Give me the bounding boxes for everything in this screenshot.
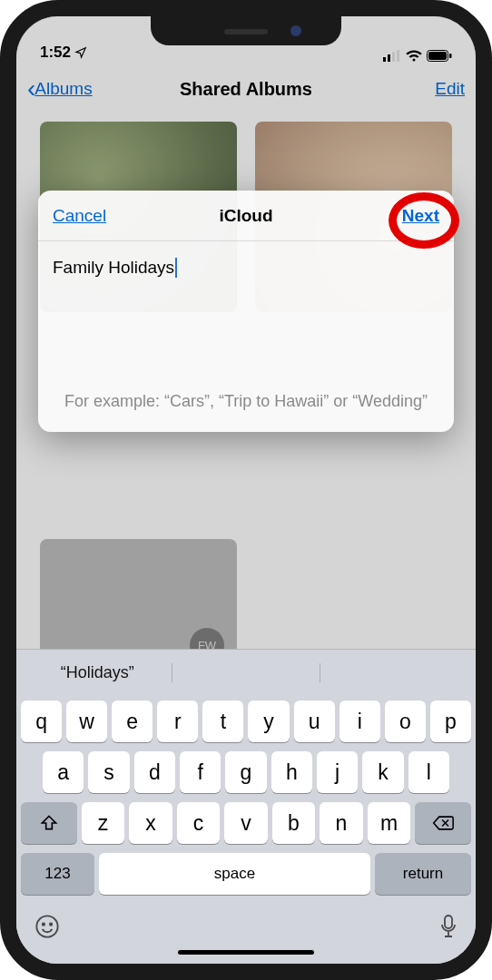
svg-rect-10 xyxy=(445,916,452,928)
keyboard: “Holidays” . . q w e r t y u i o p xyxy=(16,649,476,964)
shift-icon xyxy=(40,814,58,832)
key-w[interactable]: w xyxy=(66,701,107,742)
return-key[interactable]: return xyxy=(375,853,471,895)
key-s[interactable]: s xyxy=(88,751,129,793)
svg-rect-2 xyxy=(392,52,395,62)
svg-point-9 xyxy=(50,924,52,926)
key-o[interactable]: o xyxy=(385,701,426,742)
status-time: 1:52 xyxy=(40,44,87,62)
annotation-circle xyxy=(389,192,459,249)
key-b[interactable]: b xyxy=(272,802,316,844)
key-y[interactable]: y xyxy=(248,701,289,742)
key-i[interactable]: i xyxy=(339,701,380,742)
screen: 1:52 ‹ Albums Shared Albums Edit xyxy=(16,16,476,964)
svg-rect-0 xyxy=(383,57,386,62)
keyboard-row2: a s d f g h j k l xyxy=(21,751,471,793)
key-u[interactable]: u xyxy=(294,701,335,742)
shift-key[interactable] xyxy=(21,802,77,844)
phone-frame: 1:52 ‹ Albums Shared Albums Edit xyxy=(0,0,492,980)
key-k[interactable]: k xyxy=(362,751,403,793)
notch xyxy=(151,16,341,45)
key-c[interactable]: c xyxy=(177,802,221,844)
svg-rect-1 xyxy=(388,54,390,62)
key-a[interactable]: a xyxy=(43,751,84,793)
key-f[interactable]: f xyxy=(180,751,221,793)
home-indicator[interactable] xyxy=(178,950,314,955)
svg-point-7 xyxy=(36,916,57,936)
keyboard-bottom-bar xyxy=(16,906,476,945)
battery-icon xyxy=(427,50,452,62)
key-j[interactable]: j xyxy=(317,751,358,793)
key-v[interactable]: v xyxy=(224,802,268,844)
keyboard-row4: 123 space return xyxy=(21,853,471,895)
suggestion-bar: “Holidays” . . xyxy=(16,650,476,695)
cellular-icon xyxy=(383,50,401,62)
key-x[interactable]: x xyxy=(129,802,172,844)
suggestion-item[interactable]: . xyxy=(320,663,468,682)
key-g[interactable]: g xyxy=(225,751,266,793)
keyboard-row3: z x c v b n m xyxy=(21,802,471,844)
key-p[interactable]: p xyxy=(430,701,471,742)
backspace-icon xyxy=(432,815,454,831)
key-l[interactable]: l xyxy=(408,751,449,793)
input-hint: For example: “Cars”, “Trip to Hawaii” or… xyxy=(53,383,439,417)
suggestion-item[interactable]: “Holidays” xyxy=(24,663,172,682)
cancel-button[interactable]: Cancel xyxy=(53,206,106,226)
album-name-input[interactable]: Family Holidays xyxy=(53,252,439,283)
wifi-icon xyxy=(406,50,422,62)
key-m[interactable]: m xyxy=(368,802,411,844)
svg-point-8 xyxy=(43,924,44,926)
key-r[interactable]: r xyxy=(157,701,198,742)
key-d[interactable]: d xyxy=(134,751,175,793)
suggestion-item[interactable]: . xyxy=(172,663,321,682)
keyboard-row1: q w e r t y u i o p xyxy=(21,701,471,742)
emoji-icon[interactable] xyxy=(34,914,60,939)
clock-text: 1:52 xyxy=(40,44,71,62)
input-value-text: Family Holidays xyxy=(53,258,174,278)
key-t[interactable]: t xyxy=(202,701,243,742)
key-e[interactable]: e xyxy=(112,701,153,742)
key-n[interactable]: n xyxy=(320,802,363,844)
backspace-key[interactable] xyxy=(415,802,471,844)
key-q[interactable]: q xyxy=(21,701,62,742)
svg-rect-5 xyxy=(428,52,447,60)
svg-rect-6 xyxy=(449,54,452,58)
space-key[interactable]: space xyxy=(99,853,370,895)
location-icon xyxy=(74,46,87,59)
numbers-key[interactable]: 123 xyxy=(21,853,94,895)
key-z[interactable]: z xyxy=(82,802,125,844)
key-h[interactable]: h xyxy=(271,751,312,793)
text-cursor xyxy=(175,258,177,278)
svg-rect-3 xyxy=(397,50,399,62)
dictation-icon[interactable] xyxy=(439,914,458,939)
